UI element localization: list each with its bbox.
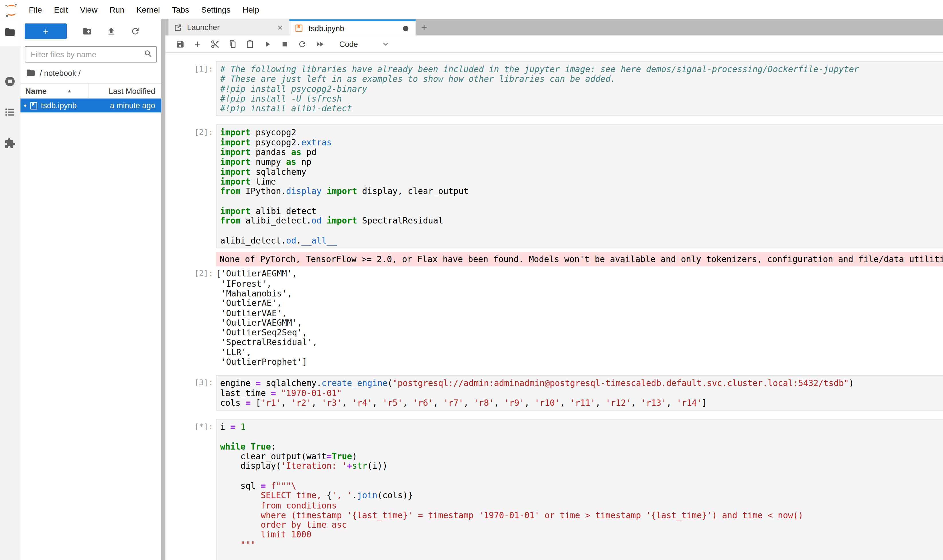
notebook-file-icon [295,24,303,32]
home-folder-icon[interactable] [26,68,35,78]
tab-launcher[interactable]: Launcher × [168,19,289,35]
input-prompt: [*]: [194,419,216,432]
save-icon[interactable] [175,39,185,49]
file-modified-time: a minute ago [110,101,161,110]
code-cell: [*]:i = 1 while True: clear_output(wait=… [165,419,943,560]
search-icon [144,49,153,58]
extensions-puzzle-icon[interactable] [4,138,16,149]
unsaved-changes-dot: • [22,101,29,110]
tab-tsdb-ipynb[interactable]: tsdb.ipynb [289,19,415,35]
menu-item-file[interactable]: File [23,5,48,14]
menu-item-settings[interactable]: Settings [195,5,236,14]
new-launcher-button[interactable]: + [25,23,67,39]
cell-type-dropdown[interactable]: Code [340,40,389,49]
table-of-contents-icon[interactable] [4,106,16,118]
code-editor[interactable]: # The following libraries have already b… [216,61,943,116]
output-prompt: [2]: [194,269,216,279]
main-menu: File Edit View Run Kernel Tabs Settings … [23,5,265,14]
notebook-toolbar: Code [165,35,943,53]
close-icon[interactable]: × [278,22,282,32]
sort-ascending-icon: ▲ [67,88,72,94]
stop-icon[interactable] [280,39,290,49]
code-editor[interactable]: import psycopg2 import psycopg2.extras i… [216,125,943,248]
file-browser-folder-icon[interactable] [4,26,16,38]
fast-forward-icon[interactable] [315,39,324,49]
code-cell: [1]:# The following libraries have alrea… [165,61,943,116]
restart-icon[interactable] [297,39,307,49]
code-editor[interactable]: engine = sqlalchemy.create_engine("postg… [216,375,943,411]
jupyter-logo [4,2,20,18]
new-tab-button[interactable]: + [415,19,432,35]
paste-icon[interactable] [245,39,255,49]
filter-files-input[interactable] [25,46,157,63]
column-header-last-modified[interactable]: Last Modified [88,86,161,95]
input-prompt: [2]: [194,125,216,138]
cut-icon[interactable] [210,39,220,49]
code-cell: [2]:import psycopg2 import psycopg2.extr… [165,125,943,367]
left-activity-bar [0,19,20,560]
copy-icon[interactable] [227,39,237,49]
file-listing-header: Name ▲ Last Modified [20,83,161,99]
menu-item-run[interactable]: Run [103,5,130,14]
file-name: tsdb.ipynb [41,101,110,110]
dock-tab-bar: Launcher × tsdb.ipynb + [165,19,943,35]
cell-list: [1]:# The following libraries have alrea… [165,53,943,560]
input-prompt: [1]: [194,61,216,74]
file-browser-panel: + / note [20,19,161,560]
file-browser-toolbar: + [20,19,161,43]
stderr-output: None of PyTorch, TensorFlow >= 2.0, or F… [216,252,943,266]
menu-item-kernel[interactable]: Kernel [130,5,166,14]
notebook-scroll-area[interactable]: [1]:# The following libraries have alrea… [165,53,943,560]
input-prompt: [3]: [194,375,216,388]
code-editor[interactable]: i = 1 while True: clear_output(wait=True… [216,419,943,560]
menu-bar: File Edit View Run Kernel Tabs Settings … [0,0,943,19]
file-row-tsdb-ipynb[interactable]: • tsdb.ipynb a minute ago [20,98,161,112]
menu-item-edit[interactable]: Edit [48,5,74,14]
jupyterlab-window: File Edit View Run Kernel Tabs Settings … [0,0,943,560]
running-kernels-icon[interactable] [4,76,16,87]
chevron-down-icon [382,40,389,48]
refresh-icon[interactable] [123,24,148,38]
unsaved-changes-dot[interactable] [403,25,408,31]
breadcrumb[interactable]: / notebook / [20,62,161,82]
column-header-name[interactable]: Name ▲ [20,83,88,98]
execute-result-output: [2]:['OutlierAEGMM', 'IForest', 'Mahalan… [165,269,943,367]
notebook-file-icon [29,101,38,109]
panel-splitter[interactable] [161,19,165,560]
upload-icon[interactable] [99,24,123,38]
menu-item-view[interactable]: View [74,5,103,14]
tab-label: tsdb.ipynb [309,24,344,33]
launcher-icon [174,23,182,31]
add-cell-icon[interactable] [193,39,202,49]
menu-item-tabs[interactable]: Tabs [166,5,195,14]
filter-box [25,46,157,63]
menu-item-help[interactable]: Help [236,5,265,14]
code-cell: [3]:engine = sqlalchemy.create_engine("p… [165,375,943,411]
breadcrumb-path[interactable]: / notebook / [40,68,81,77]
main-dock-panel: Launcher × tsdb.ipynb + [165,19,943,560]
new-folder-icon[interactable] [75,24,99,38]
tab-label: Launcher [187,23,220,32]
cell-type-value: Code [340,40,358,49]
run-icon[interactable] [262,39,272,49]
